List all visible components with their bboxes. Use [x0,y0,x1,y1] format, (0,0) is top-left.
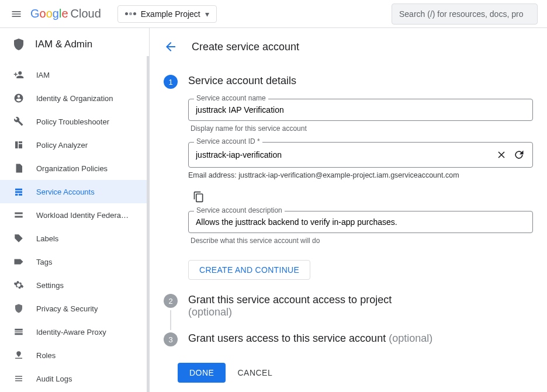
analyzer-icon [13,139,25,151]
sidebar-item-label: Settings [36,281,64,290]
sidebar-item-analyzer[interactable]: Policy Analyzer [0,133,149,157]
project-dots-icon [125,12,136,15]
sidebar-item-label: Identity-Aware Proxy [36,328,106,337]
bottom-actions: DONE CANCEL [164,346,533,383]
search-input[interactable]: Search (/) for resources, docs, pro [392,4,538,25]
sidebar-item-label: IAM [36,71,50,79]
field-label: Service account description [194,206,285,214]
sidebar-item-label: Policy Troubleshooter [36,117,109,126]
person-add-icon [13,69,25,81]
step-1: 1 Service account details Service accoun… [164,61,533,280]
list-icon [13,373,25,384]
email-prefix: Email address: [188,171,238,179]
step-1-badge: 1 [164,75,178,89]
topbar: Google Cloud Example Project ▾ Search (/… [0,0,547,28]
sidebar-item-label: Audit Logs [36,374,72,383]
sidebar-item-privacy[interactable]: Privacy & Security [0,297,149,320]
step-3-title-text: Grant users access to this service accou… [188,332,389,344]
service-account-icon [13,186,25,197]
wrench-icon [13,116,25,127]
section-title-text: IAM & Admin [35,39,92,50]
sidebar-item-roles[interactable]: Roles [0,344,149,367]
logo-cloud-text: Cloud [71,7,101,20]
sidebar-item-tags[interactable]: Tags [0,250,149,273]
step-2-badge: 2 [164,294,178,308]
done-button[interactable]: DONE [178,363,226,383]
service-account-desc-input[interactable] [196,217,525,227]
sidebar-item-label: Policy Analyzer [36,141,88,150]
search-placeholder: Search (/) for resources, docs, pro [399,9,523,19]
sidebar-item-label: Labels [36,234,58,243]
tag-icon [13,233,25,244]
step-2-optional: (optional) [188,306,232,318]
sidebar-item-org-policies[interactable]: Organization Policies [0,157,149,180]
sidebar-item-label: Service Accounts [36,188,95,196]
email-value: justtrack-iap-verification@example-proje… [238,171,459,179]
clear-icon[interactable] [495,148,508,161]
step-2: 2 Grant this service account access to p… [164,280,533,318]
sidebar-item-wif[interactable]: Workload Identity Federat… [0,203,149,227]
field-label: Service account ID * [194,137,262,145]
sidebar-item-labels[interactable]: Labels [0,227,149,250]
sidebar-item-iap[interactable]: Identity-Aware Proxy [0,320,149,344]
sidebar-item-label: Roles [36,351,56,360]
federation-icon [13,209,25,221]
sidebar-item-label: Organization Policies [36,164,108,173]
step-1-title: Service account details [188,75,533,87]
service-account-id-field: Service account ID * [188,142,533,168]
sidebar: IAM & Admin IAM Identity & Organization … [0,28,150,392]
sidebar-item-settings[interactable]: Settings [0,273,149,297]
refresh-icon[interactable] [513,148,525,161]
step-3-badge: 3 [164,332,178,346]
roles-icon [13,349,25,361]
sidebar-item-label: Privacy & Security [36,304,98,313]
sidebar-item-iam[interactable]: IAM [0,63,149,86]
doc-icon [13,162,25,174]
iap-icon [13,326,25,338]
gcp-logo[interactable]: Google Cloud [30,7,101,20]
step-3: 3 Grant users access to this service acc… [164,318,533,346]
project-name: Example Project [141,9,200,19]
step-2-title: Grant this service account access to pro… [188,294,533,318]
back-arrow-icon[interactable] [164,40,178,54]
service-account-name-input[interactable] [196,105,525,115]
name-helper: Display name for this service account [191,124,533,133]
email-line: Email address: justtrack-iap-verificatio… [188,171,533,179]
sidebar-item-label: Tags [36,258,52,266]
shield-outline-icon [13,303,25,314]
project-picker[interactable]: Example Project ▾ [117,5,217,23]
shield-icon [12,37,26,51]
sidebar-item-label: Workload Identity Federat… [36,211,130,220]
tags-icon [13,256,25,268]
sidebar-item-label: Identity & Organization [36,94,113,103]
content: Create service account 1 Service account… [150,28,547,392]
page-header: Create service account [150,28,547,61]
sidebar-item-audit-logs[interactable]: Audit Logs [0,367,149,390]
person-circle-icon [13,92,25,104]
field-label: Service account name [194,94,268,102]
service-account-id-input[interactable] [196,150,490,159]
menu-icon[interactable] [9,7,23,21]
service-account-name-field: Service account name [188,99,533,121]
sidebar-item-service-accounts[interactable]: Service Accounts [0,180,149,203]
step-3-title: Grant users access to this service accou… [188,332,533,345]
desc-helper: Describe what this service account will … [191,237,533,245]
step-2-title-text: Grant this service account access to pro… [188,294,392,306]
section-header: IAM & Admin [0,28,149,61]
page-title: Create service account [192,41,299,53]
gear-icon [13,279,25,291]
copy-icon[interactable] [193,191,533,203]
sidebar-item-identity[interactable]: Identity & Organization [0,86,149,110]
step-3-optional: (optional) [389,332,432,344]
nav-list: IAM Identity & Organization Policy Troub… [0,61,149,390]
cancel-button[interactable]: CANCEL [237,368,272,377]
chevron-down-icon: ▾ [205,9,209,19]
create-and-continue-button[interactable]: CREATE AND CONTINUE [188,260,310,280]
service-account-desc-field: Service account description [188,211,533,233]
sidebar-item-troubleshooter[interactable]: Policy Troubleshooter [0,110,149,133]
